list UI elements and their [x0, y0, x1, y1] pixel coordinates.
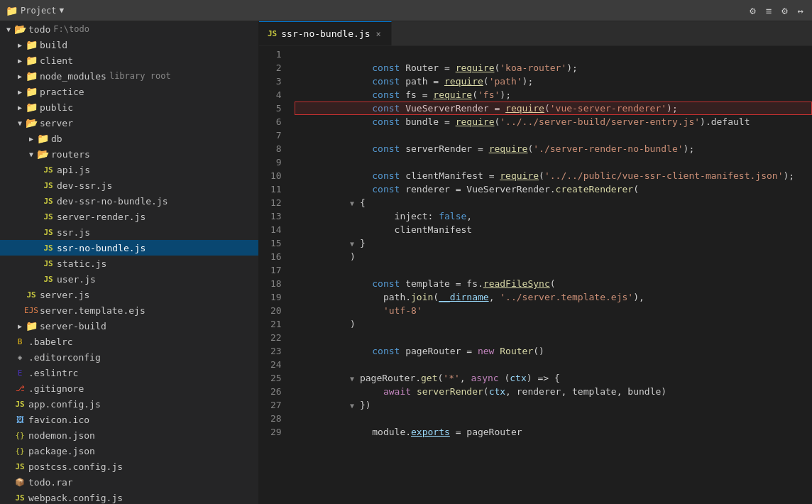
icon-editorconfig: ◈	[14, 351, 26, 363]
icon-app-config-js: JS	[14, 398, 26, 410]
code-line-21	[295, 317, 812, 331]
icon-server-template-ejs: EJS	[26, 305, 37, 316]
sidebar-item-dev-ssr-no-bundle-js[interactable]: JS dev-ssr-no-bundle.js	[0, 193, 258, 209]
line-num-3: 3	[270, 75, 282, 88]
sidebar-item-app-config-js[interactable]: JS app.config.js	[0, 396, 258, 412]
code-line-8	[295, 142, 812, 155]
sidebar-item-webpack-config-js[interactable]: JS webpack.config.js	[0, 490, 258, 504]
icon-postcss-config-js: JS	[14, 461, 26, 472]
line-num-10: 10	[270, 169, 282, 182]
sidebar-item-build[interactable]: ▶ 📁 build	[0, 37, 258, 53]
line-num-29: 29	[270, 425, 282, 439]
gear2-icon[interactable]: ⚙	[779, 4, 790, 18]
code-line-16	[295, 250, 812, 263]
label-dev-ssr-js: dev-ssr.js	[57, 180, 112, 191]
folder-icon-public: 📁	[26, 102, 37, 113]
project-text: Project	[21, 6, 57, 16]
sidebar-item-server-template-ejs[interactable]: EJS server.template.ejs	[0, 302, 258, 318]
project-arrow: ▼	[60, 6, 65, 15]
code-line-27	[295, 398, 812, 412]
sidebar-item-eslintrc[interactable]: E .eslintrc	[0, 365, 258, 380]
label-node-modules: node_modules	[40, 71, 106, 82]
line-num-13: 13	[270, 209, 282, 223]
sidebar-item-routers[interactable]: ▼ 📂 routers	[0, 146, 258, 162]
folder-icon-node-modules: 📁	[26, 70, 37, 82]
icon-server-js: JS	[26, 289, 37, 300]
sidebar-item-nodemon-json[interactable]: {} nodemon.json	[0, 427, 258, 443]
sidebar-item-server[interactable]: ▼ 📂 server	[0, 115, 258, 131]
sidebar-item-todo-rar[interactable]: 📦 todo.rar	[0, 474, 258, 490]
split-icon[interactable]: ↔	[795, 4, 806, 18]
sidebar-item-dev-ssr-js[interactable]: JS dev-ssr.js	[0, 177, 258, 193]
tab-ssr-no-bundle[interactable]: JS ssr-no-bundle.js ×	[259, 21, 392, 45]
line-num-11: 11	[270, 182, 282, 196]
sidebar-item-postcss-config-js[interactable]: JS postcss.config.js	[0, 459, 258, 474]
line-num-6: 6	[270, 115, 282, 128]
sidebar-item-node-modules[interactable]: ▶ 📁 node_modules library root	[0, 68, 258, 84]
sidebar-item-todo-root[interactable]: ▼ 📂 todo F:\todo	[0, 21, 258, 37]
line-num-25: 25	[270, 371, 282, 385]
sidebar-item-server-render-js[interactable]: JS server-render.js	[0, 209, 258, 224]
sidebar-item-package-json[interactable]: {} package.json	[0, 443, 258, 459]
line-num-9: 9	[270, 155, 282, 169]
label-server-render-js: server-render.js	[57, 212, 146, 222]
arrow-client: ▶	[14, 55, 26, 66]
line-num-12: 12	[270, 196, 282, 209]
label-db: db	[51, 133, 62, 144]
arrow-build: ▶	[14, 39, 26, 50]
line-num-14: 14	[270, 223, 282, 236]
code-line-9: const clientManifest = require('../../pu…	[295, 155, 812, 169]
line-num-24: 24	[270, 358, 282, 371]
sidebar-item-ssr-no-bundle-js[interactable]: JS ssr-no-bundle.js	[0, 240, 258, 256]
icon-ssr-js: JS	[43, 226, 54, 238]
icon-server-render-js: JS	[43, 211, 54, 222]
label-babelrc: .babelrc	[28, 336, 73, 347]
icon-api-js: JS	[43, 164, 54, 175]
sidebar-item-practice[interactable]: ▶ 📁 practice	[0, 84, 258, 99]
tab-filename: ssr-no-bundle.js	[281, 28, 370, 39]
code-line-19: 'utf-8'	[295, 290, 812, 304]
sidebar-item-user-js[interactable]: JS user.js	[0, 271, 258, 287]
sidebar-item-client[interactable]: ▶ 📁 client	[0, 53, 258, 68]
sidebar-item-gitignore[interactable]: ⎇ .gitignore	[0, 380, 258, 396]
editor-content[interactable]: 1 2 3 4 5 6 7 8 9 10 11 12 13 14 15 16 1…	[259, 46, 812, 504]
folder-icon-server: 📂	[26, 117, 37, 128]
code-line-12: inject: false,	[295, 196, 812, 209]
arrow-db: ▶	[26, 133, 37, 144]
code-line-6	[295, 115, 812, 128]
sidebar-item-ssr-js[interactable]: JS ssr.js	[0, 224, 258, 240]
icon-gitignore: ⎇	[14, 383, 26, 394]
sidebar-item-favicon-ico[interactable]: 🖼 favicon.ico	[0, 412, 258, 427]
arrow-server-build: ▶	[14, 320, 26, 332]
icon-todo-rar: 📦	[14, 476, 26, 488]
sidebar-item-public[interactable]: ▶ 📁 public	[0, 99, 258, 115]
line-num-27: 27	[270, 398, 282, 412]
menu-icon[interactable]: ≡	[763, 4, 774, 18]
arrow-practice: ▶	[14, 86, 26, 97]
folder-icon-todo: 📂	[14, 23, 26, 35]
label-practice: practice	[40, 87, 84, 97]
sidebar-item-editorconfig[interactable]: ◈ .editorconfig	[0, 349, 258, 365]
folder-icon: 📁	[6, 5, 18, 16]
sidebar-item-static-js[interactable]: JS static.js	[0, 256, 258, 271]
code-line-13: clientManifest	[295, 209, 812, 223]
sidebar-item-server-build[interactable]: ▶ 📁 server-build	[0, 318, 258, 334]
line-num-21: 21	[270, 317, 282, 331]
code-line-11: ▼{	[295, 182, 812, 196]
icon-ssr-no-bundle-js: JS	[43, 242, 54, 253]
sidebar-item-db[interactable]: ▶ 📁 db	[0, 131, 258, 146]
code-lines: const Router = require('koa-router'); co…	[289, 46, 812, 504]
project-label[interactable]: 📁 Project ▼	[6, 5, 64, 16]
icon-nodemon-json: {}	[14, 429, 26, 441]
sidebar-item-server-js[interactable]: JS server.js	[0, 287, 258, 302]
code-line-5: const bundle = require('../../server-bui…	[295, 102, 812, 115]
line-num-26: 26	[270, 385, 282, 398]
sidebar-item-api-js[interactable]: JS api.js	[0, 162, 258, 177]
settings-icon[interactable]: ⚙	[747, 4, 758, 18]
folder-icon-client: 📁	[26, 55, 37, 66]
sidebar-item-babelrc[interactable]: B .babelrc	[0, 334, 258, 349]
label-favicon-ico: favicon.ico	[28, 415, 89, 425]
tab-close-button[interactable]: ×	[374, 28, 382, 40]
code-line-14: ▼}	[295, 223, 812, 236]
code-line-23	[295, 344, 812, 358]
